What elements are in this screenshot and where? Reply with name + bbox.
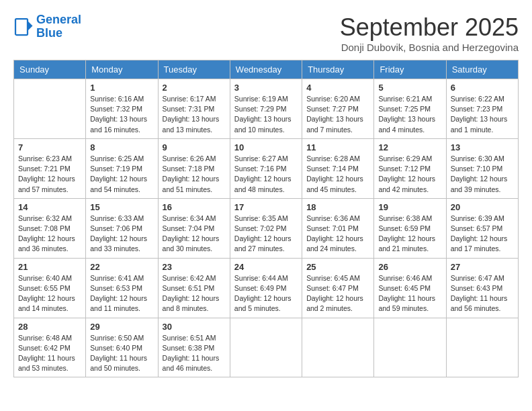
day-info: Sunrise: 6:28 AM Sunset: 7:14 PM Dayligh… <box>306 154 369 195</box>
header-friday: Friday <box>374 60 446 79</box>
day-number: 4 <box>306 83 369 93</box>
day-cell <box>302 318 374 377</box>
day-number: 9 <box>163 142 226 152</box>
day-cell: 24Sunrise: 6:44 AM Sunset: 6:49 PM Dayli… <box>230 258 302 318</box>
header-wednesday: Wednesday <box>230 60 302 79</box>
page-header: General Blue September 2025 Donji Dubovi… <box>13 13 519 53</box>
day-cell: 17Sunrise: 6:35 AM Sunset: 7:02 PM Dayli… <box>230 198 302 258</box>
day-cell: 21Sunrise: 6:40 AM Sunset: 6:55 PM Dayli… <box>14 258 86 318</box>
day-number: 25 <box>306 262 369 272</box>
day-number: 23 <box>163 262 226 272</box>
day-cell: 16Sunrise: 6:34 AM Sunset: 7:04 PM Dayli… <box>158 198 230 258</box>
day-cell: 25Sunrise: 6:45 AM Sunset: 6:47 PM Dayli… <box>302 258 374 318</box>
day-number: 30 <box>163 322 226 332</box>
day-info: Sunrise: 6:41 AM Sunset: 6:53 PM Dayligh… <box>90 273 153 314</box>
day-cell: 4Sunrise: 6:20 AM Sunset: 7:27 PM Daylig… <box>302 79 374 139</box>
day-number: 8 <box>90 142 153 152</box>
day-info: Sunrise: 6:35 AM Sunset: 7:02 PM Dayligh… <box>234 214 298 255</box>
day-cell: 9Sunrise: 6:26 AM Sunset: 7:18 PM Daylig… <box>158 138 230 198</box>
day-cell: 28Sunrise: 6:48 AM Sunset: 6:42 PM Dayli… <box>14 318 86 377</box>
day-info: Sunrise: 6:30 AM Sunset: 7:10 PM Dayligh… <box>451 154 514 195</box>
day-cell: 1Sunrise: 6:16 AM Sunset: 7:32 PM Daylig… <box>86 79 158 139</box>
day-cell: 29Sunrise: 6:50 AM Sunset: 6:40 PM Dayli… <box>86 318 158 377</box>
day-number: 10 <box>234 142 298 152</box>
day-number: 3 <box>234 83 298 93</box>
logo: General Blue <box>13 13 81 40</box>
day-cell: 23Sunrise: 6:42 AM Sunset: 6:51 PM Dayli… <box>158 258 230 318</box>
day-info: Sunrise: 6:48 AM Sunset: 6:42 PM Dayligh… <box>18 333 81 374</box>
day-number: 15 <box>90 202 153 212</box>
day-number: 24 <box>234 262 298 272</box>
day-cell: 12Sunrise: 6:29 AM Sunset: 7:12 PM Dayli… <box>374 138 446 198</box>
day-cell: 7Sunrise: 6:23 AM Sunset: 7:21 PM Daylig… <box>14 138 86 198</box>
day-info: Sunrise: 6:47 AM Sunset: 6:43 PM Dayligh… <box>451 273 514 314</box>
day-cell: 10Sunrise: 6:27 AM Sunset: 7:16 PM Dayli… <box>230 138 302 198</box>
day-info: Sunrise: 6:19 AM Sunset: 7:29 PM Dayligh… <box>234 94 298 135</box>
day-cell: 22Sunrise: 6:41 AM Sunset: 6:53 PM Dayli… <box>86 258 158 318</box>
day-cell: 14Sunrise: 6:32 AM Sunset: 7:08 PM Dayli… <box>14 198 86 258</box>
day-info: Sunrise: 6:42 AM Sunset: 6:51 PM Dayligh… <box>163 273 226 314</box>
header-saturday: Saturday <box>446 60 518 79</box>
day-cell: 19Sunrise: 6:38 AM Sunset: 6:59 PM Dayli… <box>374 198 446 258</box>
day-number: 11 <box>306 142 369 152</box>
day-info: Sunrise: 6:46 AM Sunset: 6:45 PM Dayligh… <box>378 273 441 314</box>
logo-icon <box>13 17 34 37</box>
day-cell: 5Sunrise: 6:21 AM Sunset: 7:25 PM Daylig… <box>374 79 446 139</box>
day-cell <box>374 318 446 377</box>
header-thursday: Thursday <box>302 60 374 79</box>
calendar-header-row: SundayMondayTuesdayWednesdayThursdayFrid… <box>14 60 519 79</box>
day-number: 1 <box>90 83 153 93</box>
day-number: 5 <box>378 83 441 93</box>
day-info: Sunrise: 6:25 AM Sunset: 7:19 PM Dayligh… <box>90 154 153 195</box>
day-number: 17 <box>234 202 298 212</box>
day-info: Sunrise: 6:23 AM Sunset: 7:21 PM Dayligh… <box>18 154 81 195</box>
day-number: 19 <box>378 202 441 212</box>
day-info: Sunrise: 6:33 AM Sunset: 7:06 PM Dayligh… <box>90 214 153 255</box>
day-number: 16 <box>163 202 226 212</box>
day-cell: 15Sunrise: 6:33 AM Sunset: 7:06 PM Dayli… <box>86 198 158 258</box>
logo-text: General Blue <box>36 13 81 40</box>
day-cell: 6Sunrise: 6:22 AM Sunset: 7:23 PM Daylig… <box>446 79 518 139</box>
day-cell <box>230 318 302 377</box>
day-number: 13 <box>451 142 514 152</box>
month-title: September 2025 <box>340 13 519 42</box>
day-cell: 8Sunrise: 6:25 AM Sunset: 7:19 PM Daylig… <box>86 138 158 198</box>
day-info: Sunrise: 6:16 AM Sunset: 7:32 PM Dayligh… <box>90 94 153 135</box>
day-info: Sunrise: 6:38 AM Sunset: 6:59 PM Dayligh… <box>378 214 441 255</box>
day-cell: 2Sunrise: 6:17 AM Sunset: 7:31 PM Daylig… <box>158 79 230 139</box>
day-number: 29 <box>90 322 153 332</box>
day-cell: 11Sunrise: 6:28 AM Sunset: 7:14 PM Dayli… <box>302 138 374 198</box>
day-cell <box>14 79 86 139</box>
day-cell: 18Sunrise: 6:36 AM Sunset: 7:01 PM Dayli… <box>302 198 374 258</box>
day-info: Sunrise: 6:26 AM Sunset: 7:18 PM Dayligh… <box>163 154 226 195</box>
day-cell: 20Sunrise: 6:39 AM Sunset: 6:57 PM Dayli… <box>446 198 518 258</box>
day-info: Sunrise: 6:20 AM Sunset: 7:27 PM Dayligh… <box>306 94 369 135</box>
day-info: Sunrise: 6:39 AM Sunset: 6:57 PM Dayligh… <box>451 214 514 255</box>
day-number: 12 <box>378 142 441 152</box>
day-number: 27 <box>451 262 514 272</box>
day-number: 22 <box>90 262 153 272</box>
header-monday: Monday <box>86 60 158 79</box>
week-row-3: 14Sunrise: 6:32 AM Sunset: 7:08 PM Dayli… <box>14 198 519 258</box>
day-cell: 26Sunrise: 6:46 AM Sunset: 6:45 PM Dayli… <box>374 258 446 318</box>
day-info: Sunrise: 6:21 AM Sunset: 7:25 PM Dayligh… <box>378 94 441 135</box>
day-info: Sunrise: 6:22 AM Sunset: 7:23 PM Dayligh… <box>451 94 514 135</box>
day-number: 2 <box>163 83 226 93</box>
day-cell: 3Sunrise: 6:19 AM Sunset: 7:29 PM Daylig… <box>230 79 302 139</box>
day-info: Sunrise: 6:51 AM Sunset: 6:38 PM Dayligh… <box>163 333 226 374</box>
day-info: Sunrise: 6:36 AM Sunset: 7:01 PM Dayligh… <box>306 214 369 255</box>
header-sunday: Sunday <box>14 60 86 79</box>
week-row-4: 21Sunrise: 6:40 AM Sunset: 6:55 PM Dayli… <box>14 258 519 318</box>
day-info: Sunrise: 6:27 AM Sunset: 7:16 PM Dayligh… <box>234 154 298 195</box>
header-tuesday: Tuesday <box>158 60 230 79</box>
location-subtitle: Donji Dubovik, Bosnia and Herzegovina <box>340 42 519 53</box>
day-number: 18 <box>306 202 369 212</box>
week-row-5: 28Sunrise: 6:48 AM Sunset: 6:42 PM Dayli… <box>14 318 519 377</box>
day-number: 20 <box>451 202 514 212</box>
day-info: Sunrise: 6:17 AM Sunset: 7:31 PM Dayligh… <box>163 94 226 135</box>
day-info: Sunrise: 6:45 AM Sunset: 6:47 PM Dayligh… <box>306 273 369 314</box>
day-cell <box>446 318 518 377</box>
day-cell: 30Sunrise: 6:51 AM Sunset: 6:38 PM Dayli… <box>158 318 230 377</box>
day-number: 7 <box>18 142 81 152</box>
day-info: Sunrise: 6:34 AM Sunset: 7:04 PM Dayligh… <box>163 214 226 255</box>
